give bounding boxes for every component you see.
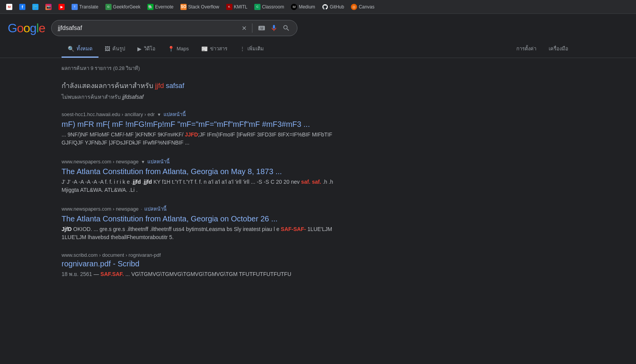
result-item: soest-hcc1.hcc.hawaii.edu › ancillary › … xyxy=(62,110,346,147)
tab-all[interactable]: 🔍 ทั้งหมด xyxy=(62,41,98,58)
bookmark-bar: M f 🐦 📷 ▶ T Translate G GeekforGeek 🐘 Ev… xyxy=(0,0,636,14)
tab-images[interactable]: 🖼 ค้นรูป xyxy=(98,41,131,58)
tab-settings[interactable]: การตั้งค่า xyxy=(510,41,543,58)
result-url: soest-hcc1.hcc.hawaii.edu › ancillary › … xyxy=(62,111,155,117)
result-url-dropdown-icon[interactable]: · xyxy=(141,207,142,211)
keyboard-button[interactable] xyxy=(257,23,266,33)
voice-search-button[interactable] xyxy=(269,23,279,33)
result-title[interactable]: The Atlanta Constitution from Atlanta, G… xyxy=(62,214,346,224)
correction-query-blue: safsaf xyxy=(166,82,184,90)
bookmark-stackoverflow-label: Stack Overflow xyxy=(188,4,219,10)
result-translate-link[interactable]: แปลหน้านี้ xyxy=(147,158,170,166)
result-url: www.newspapers.com › newspage xyxy=(62,159,139,165)
youtube-icon: ▶ xyxy=(58,4,65,10)
bookmark-evernote[interactable]: 🐘 Evernote xyxy=(144,2,177,12)
bookmark-classroom[interactable]: C Classroom xyxy=(251,2,287,12)
bookmark-youtube[interactable]: ▶ xyxy=(55,2,68,12)
bookmark-twitter[interactable]: 🐦 xyxy=(29,2,42,12)
result-title[interactable]: The Atlanta Constitution from Atlanta, G… xyxy=(62,166,346,176)
tab-news[interactable]: 📰 ข่าวสาร xyxy=(195,41,234,58)
more-tab-icon: ⋮ xyxy=(240,46,245,52)
geekforgeek-icon: G xyxy=(105,4,112,10)
result-translate-link[interactable]: แปลหน้านี้ xyxy=(164,110,186,118)
bookmark-translate-label: Translate xyxy=(79,4,98,10)
instagram-icon: 📷 xyxy=(45,4,52,10)
maps-tab-icon: 📍 xyxy=(168,46,174,52)
gmail-icon: M xyxy=(6,4,12,10)
search-box: ✕ xyxy=(51,20,297,36)
correction-noresult: ไม่พบผลการค้นหาสำหรับ jjfdsafsaf xyxy=(62,93,574,101)
correction-query-red: jjfd xyxy=(155,82,164,90)
classroom-icon: C xyxy=(254,4,260,10)
search-box-wrapper: ✕ xyxy=(51,20,297,36)
correction-block: กำลังแสดงผลการค้นหาสำหรับ jjfd safsaf ไม… xyxy=(62,80,574,101)
bookmark-medium[interactable]: M Medium xyxy=(288,2,318,12)
translate-icon: T xyxy=(72,4,78,10)
stackoverflow-icon: SO xyxy=(180,4,187,10)
bookmark-canvas[interactable]: ◎ Canvas xyxy=(348,2,377,12)
bookmark-medium-label: Medium xyxy=(299,4,315,10)
result-title[interactable]: rognivaran.pdf - Scribd xyxy=(62,259,346,269)
medium-icon: M xyxy=(291,4,297,10)
bookmark-geekforgeek[interactable]: G GeekforGeek xyxy=(102,2,144,12)
result-translate-link[interactable]: แปลหน้านี้ xyxy=(144,205,167,213)
bookmark-facebook[interactable]: f xyxy=(16,2,28,12)
correction-noresult-query: jjfdsafsaf xyxy=(122,94,144,100)
result-url-line: www.scribd.com › document › rognivaran-p… xyxy=(62,252,346,258)
search-input[interactable] xyxy=(58,25,238,32)
nav-tabs: 🔍 ทั้งหมด 🖼 ค้นรูป ▶ วิดีโอ 📍 Maps 📰 ข่า… xyxy=(0,41,636,58)
result-snippet: ... 9NF/)NF MFloMF CMF/-MF }KFNfKF 9KFm#… xyxy=(62,131,346,147)
result-snippet: 18 พ.ย. 2561 — SAF.SAF. ... VG\TGMVG\TGM… xyxy=(62,270,346,278)
kmitl-icon: K xyxy=(226,4,232,10)
bookmark-classroom-label: Classroom xyxy=(262,4,284,10)
search-tab-icon: 🔍 xyxy=(68,46,74,52)
search-divider xyxy=(252,23,252,33)
result-snippet: J' J' -A -A -A -A -A f. f. i r i k e .jj… xyxy=(62,178,346,194)
search-header: Google ✕ xyxy=(0,14,636,41)
tab-video[interactable]: ▶ วิดีโอ xyxy=(131,41,162,58)
canvas-icon: ◎ xyxy=(351,4,357,10)
video-tab-icon: ▶ xyxy=(137,46,142,52)
bookmark-evernote-label: Evernote xyxy=(155,4,174,10)
result-url: www.newspapers.com › newspage xyxy=(62,206,139,212)
bookmark-gmail[interactable]: M xyxy=(3,2,15,12)
result-snippet: JjfD OKIOD. ... gre.s gre.s .iltheetnff … xyxy=(62,225,346,241)
result-url: www.scribd.com › document › rognivaran-p… xyxy=(62,252,161,258)
bookmark-translate[interactable]: T Translate xyxy=(68,2,102,12)
facebook-icon: f xyxy=(19,4,25,10)
result-item: www.scribd.com › document › rognivaran-p… xyxy=(62,252,346,278)
google-logo: Google xyxy=(8,21,45,35)
bookmark-github-label: GitHub xyxy=(330,4,344,10)
bookmark-github[interactable]: GitHub xyxy=(319,2,347,12)
news-tab-icon: 📰 xyxy=(201,46,208,52)
tab-maps[interactable]: 📍 Maps xyxy=(162,42,195,57)
bookmark-canvas-label: Canvas xyxy=(359,4,374,10)
result-url-line: soest-hcc1.hcc.hawaii.edu › ancillary › … xyxy=(62,110,346,118)
bookmark-kmitl-label: KMITL xyxy=(234,4,247,10)
github-icon xyxy=(322,4,328,10)
twitter-icon: 🐦 xyxy=(32,4,38,10)
bookmark-geekforgeek-label: GeekforGeek xyxy=(113,4,140,10)
tab-more[interactable]: ⋮ เพิ่มเติม xyxy=(234,41,270,58)
result-item: www.newspapers.com › newspage · แปลหน้าน… xyxy=(62,205,346,241)
clear-search-button[interactable]: ✕ xyxy=(241,24,247,33)
result-url-line: www.newspapers.com › newspage ▼ แปลหน้าน… xyxy=(62,158,346,166)
bookmark-kmitl[interactable]: K KMITL xyxy=(223,2,250,12)
result-title[interactable]: mF) mFR mF{ mF !mFG!mFp!mF "mF="mF="mFf"… xyxy=(62,119,346,129)
nav-right: การตั้งค่า เครื่องมือ xyxy=(510,41,574,58)
evernote-icon: 🐘 xyxy=(147,4,154,10)
search-button[interactable] xyxy=(282,23,291,33)
result-url-line: www.newspapers.com › newspage · แปลหน้าน… xyxy=(62,205,346,213)
correction-showing: กำลังแสดงผลการค้นหาสำหรับ jjfd safsaf xyxy=(62,80,574,91)
bookmark-stackoverflow[interactable]: SO Stack Overflow xyxy=(177,2,222,12)
results-area: ผลการค้นหา 9 รายการ (0.28 วินาที) กำลังแ… xyxy=(0,64,636,278)
results-count: ผลการค้นหา 9 รายการ (0.28 วินาที) xyxy=(62,64,574,72)
images-tab-icon: 🖼 xyxy=(105,46,110,52)
result-url-dropdown-icon[interactable]: ▼ xyxy=(141,160,145,164)
result-item: www.newspapers.com › newspage ▼ แปลหน้าน… xyxy=(62,158,346,194)
result-url-dropdown-icon[interactable]: ▼ xyxy=(157,112,161,117)
tab-tools[interactable]: เครื่องมือ xyxy=(543,41,574,58)
bookmark-instagram[interactable]: 📷 xyxy=(42,2,55,12)
